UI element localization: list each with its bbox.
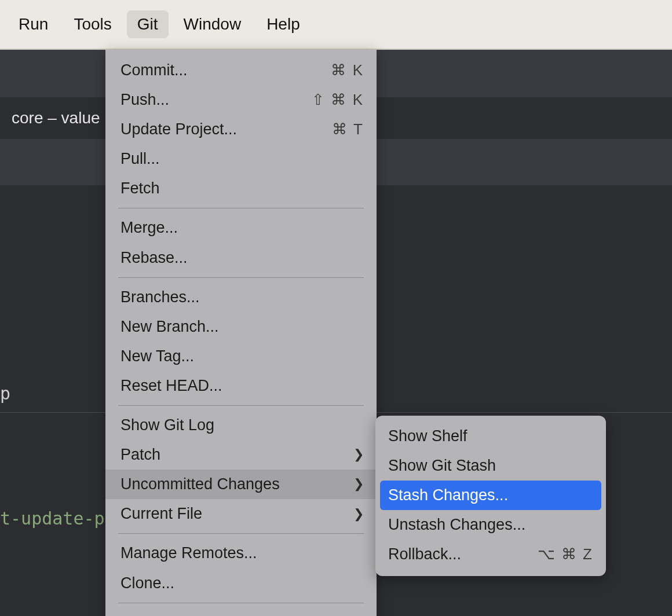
menu-item-label: Reset HEAD...	[120, 376, 222, 396]
menu-item-label: VCS Operations Popup...	[120, 613, 296, 616]
menu-item-commit[interactable]: Commit... ⌘ K	[105, 56, 377, 85]
menu-item-merge[interactable]: Merge...	[105, 213, 377, 243]
menu-separator	[118, 405, 364, 406]
menubar: Run Tools Git Window Help	[0, 0, 672, 50]
menu-item-branches[interactable]: Branches...	[105, 283, 377, 312]
menu-item-shortcut: ⌘ K	[331, 61, 364, 80]
menubar-item-window[interactable]: Window	[173, 10, 252, 38]
submenu-item-show-git-stash[interactable]: Show Git Stash	[375, 451, 606, 481]
menu-item-label: Stash Changes...	[388, 485, 508, 505]
menubar-item-tools[interactable]: Tools	[63, 10, 122, 38]
git-menu: Commit... ⌘ K Push... ⇧ ⌘ K Update Proje…	[105, 50, 377, 616]
menu-item-label: New Branch...	[120, 317, 219, 337]
chevron-right-icon: ❯	[353, 506, 364, 523]
menu-item-shortcut: ⌘ T	[332, 120, 364, 140]
menu-item-label: Unstash Changes...	[388, 515, 525, 535]
menu-item-new-branch[interactable]: New Branch...	[105, 312, 377, 342]
menu-item-shortcut: ⌥ ⌘ Z	[538, 545, 593, 564]
menu-item-manage-remotes[interactable]: Manage Remotes...	[105, 538, 377, 568]
menu-item-new-tag[interactable]: New Tag...	[105, 342, 377, 371]
submenu-item-stash-changes[interactable]: Stash Changes...	[380, 481, 601, 510]
menu-item-label: Pull...	[120, 149, 160, 169]
menu-item-label: Show Git Log	[120, 415, 214, 435]
menu-item-label: Branches...	[120, 287, 200, 307]
menu-item-label: Push...	[120, 90, 169, 110]
menu-item-label: Fetch	[120, 178, 160, 199]
menu-item-vcs-operations-popup[interactable]: VCS Operations Popup... ^ V	[105, 608, 377, 616]
code-fragment: p	[0, 383, 10, 404]
menu-item-uncommitted-changes[interactable]: Uncommitted Changes ❯	[105, 470, 377, 499]
submenu-item-show-shelf[interactable]: Show Shelf	[375, 421, 606, 451]
menu-separator	[118, 603, 364, 603]
menu-item-push[interactable]: Push... ⇧ ⌘ K	[105, 85, 377, 115]
menu-item-label: Show Git Stash	[388, 456, 496, 476]
uncommitted-changes-submenu: Show Shelf Show Git Stash Stash Changes.…	[375, 416, 606, 576]
menu-item-label: Rebase...	[120, 248, 188, 268]
editor-tab-label[interactable]: core – value	[12, 109, 100, 127]
chevron-right-icon: ❯	[353, 476, 364, 493]
menubar-item-run[interactable]: Run	[8, 10, 59, 38]
menu-item-fetch[interactable]: Fetch	[105, 174, 377, 203]
menu-item-clone[interactable]: Clone...	[105, 569, 377, 598]
code-fragment: t-update-pt	[0, 508, 115, 529]
menubar-item-help[interactable]: Help	[256, 10, 311, 38]
submenu-item-rollback[interactable]: Rollback... ⌥ ⌘ Z	[375, 540, 606, 569]
menu-item-label: Show Shelf	[388, 426, 468, 446]
menu-item-shortcut: ^ V	[339, 613, 364, 616]
menu-item-show-git-log[interactable]: Show Git Log	[105, 410, 377, 440]
menu-item-label: Commit...	[120, 60, 188, 80]
submenu-item-unstash-changes[interactable]: Unstash Changes...	[375, 510, 606, 540]
menu-item-label: New Tag...	[120, 346, 194, 366]
menubar-item-git[interactable]: Git	[127, 10, 169, 38]
menu-item-label: Rollback...	[388, 544, 461, 564]
menu-separator	[118, 533, 364, 534]
menu-item-update-project[interactable]: Update Project... ⌘ T	[105, 115, 377, 144]
menu-item-shortcut: ⇧ ⌘ K	[312, 90, 364, 110]
menu-item-label: Update Project...	[120, 119, 237, 140]
menu-item-label: Clone...	[120, 573, 174, 593]
menu-item-current-file[interactable]: Current File ❯	[105, 499, 377, 529]
menu-item-label: Uncommitted Changes	[120, 474, 280, 494]
menu-item-label: Patch	[120, 445, 160, 465]
menu-item-pull[interactable]: Pull...	[105, 144, 377, 174]
menu-separator	[118, 277, 364, 278]
menu-item-patch[interactable]: Patch ❯	[105, 440, 377, 470]
menu-item-label: Manage Remotes...	[120, 543, 257, 563]
menu-item-label: Merge...	[120, 218, 178, 238]
menu-separator	[118, 208, 364, 208]
chevron-right-icon: ❯	[353, 446, 364, 463]
menu-item-rebase[interactable]: Rebase...	[105, 243, 377, 273]
menu-item-reset-head[interactable]: Reset HEAD...	[105, 371, 377, 401]
menu-item-label: Current File	[120, 504, 202, 524]
